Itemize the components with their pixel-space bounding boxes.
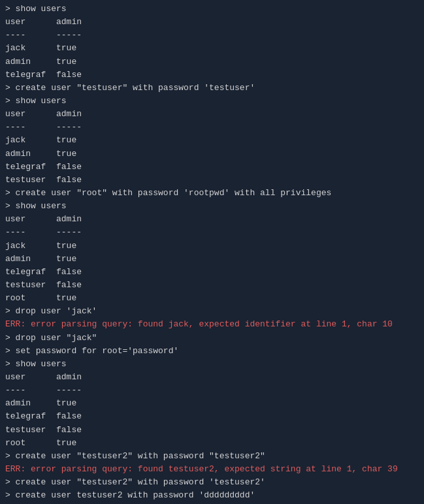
- terminal-line: > create user "testuser2" with password …: [5, 450, 419, 463]
- terminal-line: ERR: error parsing query: found jack, ex…: [5, 318, 419, 331]
- terminal-line: telegraf false: [5, 69, 419, 82]
- terminal-line: user admin: [5, 213, 419, 226]
- terminal-line: root true: [5, 437, 419, 450]
- terminal-line: > create user testuser2 with password 'd…: [5, 489, 419, 502]
- terminal-line: ---- -----: [5, 29, 419, 42]
- terminal-line: ---- -----: [5, 384, 419, 397]
- terminal: > show usersuser admin---- -----jack tru…: [5, 3, 419, 504]
- terminal-line: > show users: [5, 358, 419, 371]
- terminal-line: > show users: [5, 95, 419, 108]
- terminal-line: admin true: [5, 397, 419, 410]
- terminal-line: telegraf false: [5, 410, 419, 423]
- terminal-line: ---- -----: [5, 226, 419, 239]
- terminal-line: testuser false: [5, 424, 419, 437]
- terminal-line: root true: [5, 292, 419, 305]
- terminal-line: testuser false: [5, 174, 419, 187]
- terminal-line: > create user "testuser" with password '…: [5, 82, 419, 95]
- terminal-line: > show users: [5, 200, 419, 213]
- terminal-line: testuser false: [5, 279, 419, 292]
- terminal-line: > set password for root='password': [5, 345, 419, 358]
- terminal-line: jack true: [5, 42, 419, 55]
- terminal-line: telegraf false: [5, 161, 419, 174]
- terminal-line: admin true: [5, 253, 419, 266]
- terminal-line: admin true: [5, 55, 419, 69]
- terminal-line: > drop user 'jack': [5, 305, 419, 318]
- terminal-line: telegraf false: [5, 266, 419, 279]
- terminal-line: jack true: [5, 240, 419, 253]
- terminal-line: user admin: [5, 371, 419, 384]
- terminal-line: user admin: [5, 16, 419, 29]
- terminal-line: > create user "root" with password 'root…: [5, 187, 419, 200]
- terminal-line: admin true: [5, 148, 419, 161]
- terminal-line: jack true: [5, 134, 419, 147]
- terminal-line: user admin: [5, 108, 419, 121]
- terminal-line: ERR: error parsing query: found testuser…: [5, 463, 419, 476]
- terminal-line: > drop user "jack": [5, 332, 419, 345]
- terminal-line: > create user "testuser2" with password …: [5, 476, 419, 489]
- terminal-line: > show users: [5, 3, 419, 16]
- terminal-line: ---- -----: [5, 121, 419, 134]
